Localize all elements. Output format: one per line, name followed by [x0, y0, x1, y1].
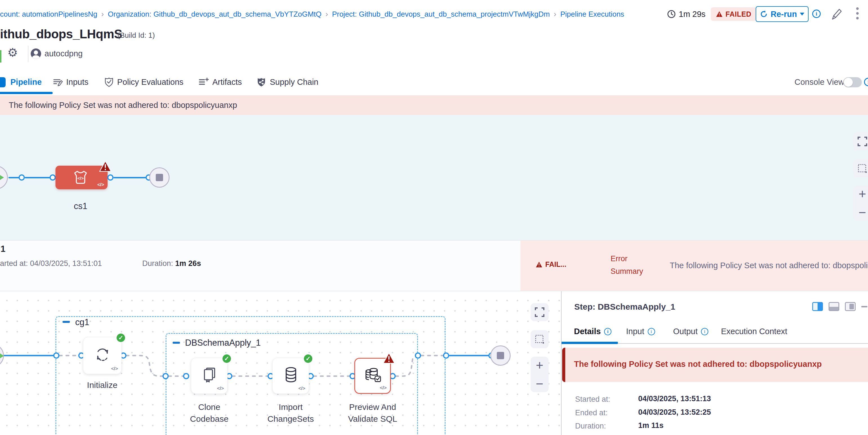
connector-line	[114, 177, 146, 178]
avatar	[31, 49, 41, 59]
panel-tab-execution-context[interactable]: Execution Context	[721, 327, 787, 336]
layout-split-right-icon[interactable]	[812, 302, 823, 311]
zoom-controls: + −	[531, 357, 549, 392]
panel-error-message: The following Policy Set was not adhered…	[574, 360, 822, 369]
breadcrumb-separator: ›	[326, 9, 328, 19]
code-icon: </>	[111, 366, 118, 372]
info-icon[interactable]: i	[648, 328, 655, 335]
tab-pipeline-label: Pipeline	[10, 77, 42, 87]
more-options-kebab-icon[interactable]	[856, 7, 859, 20]
detail-duration-label: Duration:	[575, 422, 606, 431]
connector-line	[25, 177, 50, 178]
layout-split-bottom-icon[interactable]	[829, 302, 839, 311]
panel-tab-details[interactable]: Details i	[574, 327, 612, 336]
code-icon: </>	[298, 386, 305, 391]
zoom-in-button[interactable]: +	[536, 359, 544, 372]
breadcrumb-separator: ›	[554, 9, 556, 19]
connector-port[interactable]	[162, 373, 169, 379]
stage-duration: Duration: 1m 26s	[142, 259, 201, 268]
stop-icon	[156, 174, 163, 181]
status-strip	[0, 50, 1, 63]
panel-tab-execution-context-label: Execution Context	[721, 327, 787, 336]
connector-port[interactable]	[19, 175, 25, 181]
fullscreen-button[interactable]	[854, 132, 868, 150]
breadcrumb-separator: ›	[101, 9, 104, 19]
build-id: (Build Id: 1)	[118, 31, 155, 40]
panel-tab-input[interactable]: Input i	[626, 327, 655, 336]
play-icon	[0, 352, 4, 360]
policy-violation-banner: The following Policy Set was not adhered…	[0, 95, 868, 115]
tab-artifacts-label: Artifacts	[212, 77, 242, 87]
header-bar: count: automationPipelinesNg › Organizat…	[0, 0, 868, 28]
console-info-icon[interactable]: i	[864, 78, 868, 86]
initialize-icon	[93, 346, 112, 364]
step-label-initialize: Initialize	[83, 379, 122, 391]
tab-supply-chain[interactable]: Supply Chain	[256, 70, 318, 94]
step-node-import-changesets[interactable]: </> ✓	[272, 358, 309, 394]
connector-port[interactable]	[183, 373, 189, 379]
breadcrumb-organization[interactable]: Organization: Github_db_devops_aut_db_sc…	[108, 10, 322, 19]
play-icon	[0, 173, 4, 182]
rerun-button[interactable]: Re-run	[756, 6, 809, 22]
tab-inputs[interactable]: Inputs	[53, 70, 88, 94]
info-icon[interactable]: i	[604, 328, 612, 335]
console-view-label: Console View	[795, 70, 844, 94]
database-validate-icon	[364, 366, 382, 383]
edit-pencil-icon[interactable]	[830, 7, 843, 20]
tab-pipeline[interactable]: Pipeline	[10, 70, 42, 94]
rerun-button-label: Re-run	[771, 9, 797, 19]
zoom-out-button[interactable]: −	[859, 206, 866, 219]
layout-floating-icon[interactable]	[845, 302, 856, 311]
step-label-clone-codebase: Clone Codebase	[185, 401, 233, 425]
connector-port[interactable]	[50, 175, 56, 181]
detail-started-label: Started at:	[575, 395, 610, 404]
selection-marquee-button[interactable]	[531, 330, 549, 348]
step-node-clone-codebase[interactable]: </> ✓	[191, 358, 227, 394]
stop-icon	[497, 352, 504, 359]
fullscreen-button[interactable]	[531, 303, 549, 321]
zoom-out-button[interactable]: −	[536, 377, 544, 390]
breadcrumb-pipeline-executions[interactable]: Pipeline Executions	[560, 10, 624, 19]
svg-text:</>: </>	[78, 176, 84, 181]
panel-tab-output[interactable]: Output i	[673, 327, 708, 336]
info-icon[interactable]: i	[701, 328, 708, 335]
elapsed-time-value: 1m 29s	[679, 9, 706, 19]
connector-port[interactable]	[107, 175, 114, 181]
collapse-panel-button[interactable]	[861, 306, 867, 307]
zoom-controls: + −	[854, 185, 868, 221]
tab-artifacts[interactable]: Artifacts	[198, 70, 242, 94]
tab-policy-evaluations[interactable]: Policy Evaluations	[104, 70, 183, 94]
gear-icon[interactable]: ⚙	[7, 45, 18, 59]
divider	[28, 45, 28, 62]
warning-icon	[536, 261, 542, 268]
connector-port[interactable]	[415, 352, 421, 359]
step-node-initialize[interactable]: </> ✓	[83, 337, 122, 374]
selection-marquee-button[interactable]	[854, 159, 868, 178]
pipeline-graph[interactable]: </> </> cs1 + −	[0, 115, 868, 240]
panel-tab-output-label: Output	[673, 327, 698, 336]
panel-tab-input-label: Input	[626, 327, 644, 336]
clone-codebase-icon	[201, 366, 218, 383]
connector-port[interactable]	[53, 352, 59, 359]
stage-execution-graph[interactable]: cg1 DBSchemaApply_1	[0, 291, 561, 435]
zoom-in-button[interactable]: +	[859, 187, 866, 200]
code-icon: </>	[380, 385, 387, 391]
info-icon[interactable]: i	[812, 9, 821, 18]
code-icon: </>	[97, 182, 104, 188]
stage-node-cs1[interactable]: </> </>	[56, 166, 107, 189]
active-tab-underline	[0, 92, 53, 94]
connector-port[interactable]	[443, 352, 449, 359]
policy-violation-banner-text: The following Policy Set was not adhered…	[9, 101, 237, 110]
step-detail-panel: Step: DBSchemaApply_1 Details i Input i …	[561, 291, 868, 435]
step-node-preview-validate-sql[interactable]: </>	[354, 358, 391, 394]
status-badge-label: FAILED	[725, 10, 751, 18]
code-icon: </>	[217, 386, 224, 391]
connector-line	[8, 177, 19, 178]
database-icon	[282, 366, 300, 383]
stage-node-label: cs1	[74, 201, 87, 211]
step-label-import-changesets: Import ChangeSets	[262, 401, 319, 425]
breadcrumb-project[interactable]: Project: Github_db_devops_aut_db_schema_…	[332, 10, 550, 19]
breadcrumb-account[interactable]: count: automationPipelinesNg	[0, 10, 97, 19]
console-view-toggle[interactable]	[843, 77, 862, 87]
page-title: ithub_dbops_LHqmS	[0, 27, 122, 41]
